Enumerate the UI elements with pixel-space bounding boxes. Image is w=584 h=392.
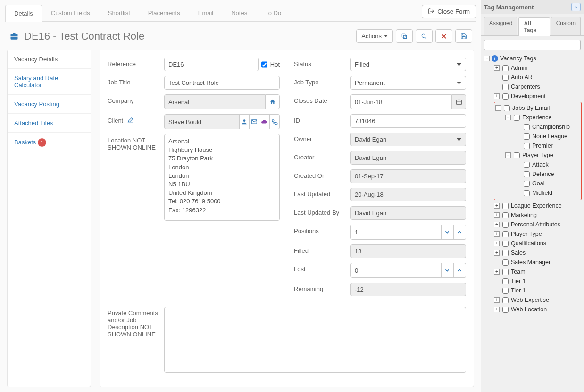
tag-checkbox[interactable] [524,190,530,196]
client-email-button[interactable] [250,114,259,129]
tree-toggle[interactable]: + [494,222,500,227]
tag-checkbox[interactable] [502,84,509,90]
tree-toggle[interactable]: − [505,152,511,158]
tree-toggle[interactable]: + [494,297,500,303]
tab-todo[interactable]: To Do [256,4,290,21]
positions-down[interactable] [441,225,454,240]
tag-label[interactable]: Player Type [511,231,542,237]
tab-notes[interactable]: Notes [222,4,256,21]
tree-toggle[interactable]: − [484,56,490,61]
tag-checkbox[interactable] [504,105,510,111]
tag-label[interactable]: Tier 1 [511,287,526,294]
client-person-button[interactable] [239,114,250,129]
nav-attached-files[interactable]: Attached Files [8,114,91,133]
owner-select[interactable]: David Egan [350,133,466,146]
tag-checkbox[interactable] [524,171,530,177]
company-home-button[interactable] [266,94,280,109]
lost-up[interactable] [454,263,466,278]
tag-label[interactable]: Premier [532,142,553,149]
tag-checkbox[interactable] [502,297,509,303]
tag-label[interactable]: Tier 1 [511,278,526,284]
positions-up[interactable] [454,225,466,240]
right-tab-custom[interactable]: Custom [551,17,581,35]
actions-dropdown[interactable]: Actions [356,29,393,43]
collapse-panel-button[interactable]: » [571,3,581,11]
tag-label[interactable]: Sales Manager [511,259,551,266]
nav-vacancy-posting[interactable]: Vacancy Posting [8,95,91,114]
tag-label[interactable]: Attack [532,161,549,168]
tag-checkbox[interactable] [502,75,509,81]
tag-label[interactable]: Championship [532,124,570,130]
location-textarea[interactable]: Arsenal Highbury House 75 Drayton Park L… [164,134,280,221]
tag-search-input[interactable] [484,40,581,50]
tree-toggle[interactable]: − [495,105,501,111]
tag-label[interactable]: Sales [511,250,526,256]
tag-checkbox[interactable] [502,269,509,275]
job-type-select[interactable]: Permanent [350,76,466,90]
date-picker-button[interactable] [452,94,466,109]
edit-icon[interactable] [127,117,133,124]
id-input[interactable] [350,114,466,128]
tree-toggle[interactable]: + [494,307,500,312]
positions-input[interactable] [350,225,441,240]
tree-root-label[interactable]: Vacancy Tags [500,55,536,62]
tree-toggle[interactable]: + [494,203,500,209]
tag-checkbox[interactable] [502,278,509,284]
tag-checkbox[interactable] [502,307,509,313]
tab-placements[interactable]: Placements [139,4,189,21]
save-button[interactable] [455,29,472,43]
tag-checkbox[interactable] [502,93,509,100]
tag-checkbox[interactable] [524,181,530,187]
tag-checkbox[interactable] [524,133,530,140]
client-input[interactable] [164,114,239,129]
tree-toggle[interactable]: + [494,250,500,256]
tag-label[interactable]: Personal Attributes [511,221,560,228]
tab-shortlist[interactable]: Shortlist [99,4,139,21]
tag-checkbox[interactable] [502,250,509,256]
tag-checkbox[interactable] [502,231,509,237]
tag-checkbox[interactable] [524,124,530,130]
tag-checkbox[interactable] [502,222,509,228]
tag-checkbox[interactable] [502,288,509,294]
tag-checkbox[interactable] [502,259,509,266]
tree-toggle[interactable]: + [494,65,500,71]
company-input[interactable] [164,94,266,109]
tag-label[interactable]: Development [511,93,546,100]
tree-toggle[interactable]: + [494,93,500,99]
nav-baskets[interactable]: Baskets1 [8,133,91,152]
search-button[interactable] [416,29,433,43]
tag-label[interactable]: Web Expertise [511,297,549,303]
tag-checkbox[interactable] [524,143,530,149]
close-form-button[interactable]: Close Form [422,5,476,18]
tag-label[interactable]: Marketing [511,212,537,218]
tag-checkbox[interactable] [502,65,509,71]
tag-checkbox[interactable] [502,241,509,247]
tag-label[interactable]: Qualifications [511,240,546,247]
tag-label[interactable]: Team [511,268,526,275]
tag-checkbox[interactable] [502,203,509,209]
tag-label[interactable]: Player Type [522,152,553,158]
tag-label[interactable]: Jobs By Email [512,105,550,111]
right-tab-assigned[interactable]: Assigned [484,17,517,35]
tag-label[interactable]: None League [532,133,567,140]
nav-vacancy-details[interactable]: Vacancy Details [8,50,91,69]
client-cloud-button[interactable] [259,114,269,129]
tag-checkbox[interactable] [514,115,520,121]
job-title-input[interactable] [164,76,280,90]
tag-label[interactable]: Midfield [532,190,552,196]
tag-label[interactable]: Web Location [511,306,547,313]
tab-custom-fields[interactable]: Custom Fields [42,4,99,21]
hot-checkbox[interactable] [261,61,267,68]
status-select[interactable]: Filled [350,58,466,71]
tag-checkbox[interactable] [502,212,509,218]
tag-checkbox[interactable] [524,162,530,168]
tree-toggle[interactable]: − [505,115,511,120]
client-phone-button[interactable] [270,114,280,129]
tag-label[interactable]: Admin [511,65,527,71]
right-tab-all-tags[interactable]: All Tags [518,17,550,36]
lost-input[interactable] [350,263,441,278]
tag-checkbox[interactable] [514,152,520,158]
closes-date-input[interactable] [350,94,452,109]
tree-toggle[interactable]: + [494,231,500,237]
tag-label[interactable]: League Experience [511,202,562,209]
